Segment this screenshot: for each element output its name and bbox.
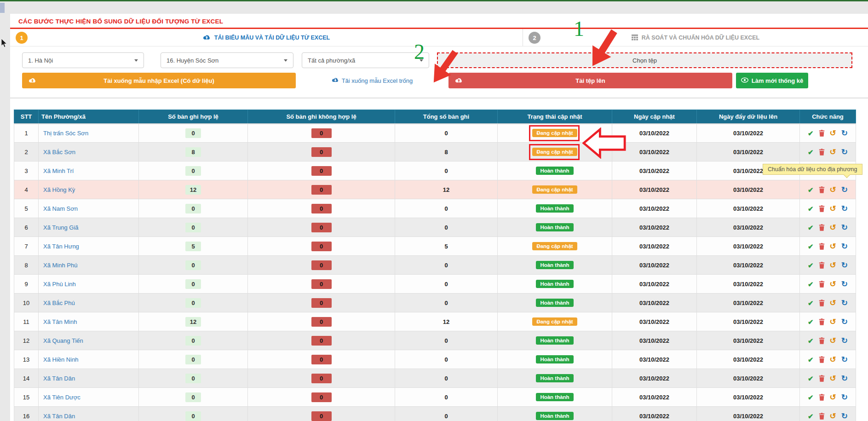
ward-link[interactable]: Xã Quang Tiến bbox=[43, 337, 83, 344]
ward-link[interactable]: Xã Phù Linh bbox=[43, 281, 76, 288]
valid-records-badge: 0 bbox=[185, 374, 201, 383]
tab-step-1[interactable]: 1 TẢI BIỂU MẪU VÀ TẢI DỮ LIỆU TỪ EXCEL bbox=[10, 29, 523, 46]
download-empty-template-link[interactable]: Tải xuống mẫu Excel trống bbox=[332, 77, 413, 84]
approve-check-icon[interactable]: ✔ bbox=[808, 243, 814, 250]
approve-check-icon[interactable]: ✔ bbox=[808, 262, 814, 269]
refresh-icon[interactable]: ↻ bbox=[841, 337, 848, 345]
download-filled-template-button[interactable]: Tải xuống mẫu nhập Excel (Có dữ liệu) bbox=[22, 73, 296, 88]
approve-check-icon[interactable]: ✔ bbox=[808, 413, 814, 420]
history-icon[interactable]: ↺ bbox=[830, 356, 836, 363]
update-date: 03/10/2022 bbox=[612, 388, 697, 407]
ward-link[interactable]: Xã Minh Phú bbox=[43, 262, 77, 269]
valid-records-badge: 0 bbox=[185, 355, 201, 364]
approve-check-icon[interactable]: ✔ bbox=[808, 394, 814, 401]
ward-link[interactable]: Thị trấn Sóc Sơn bbox=[43, 130, 88, 137]
refresh-icon[interactable]: ↻ bbox=[841, 299, 848, 307]
approve-check-icon[interactable]: ✔ bbox=[808, 186, 814, 193]
refresh-icon[interactable]: ↻ bbox=[841, 205, 848, 213]
trash-icon[interactable] bbox=[819, 394, 825, 401]
refresh-icon[interactable]: ↻ bbox=[841, 242, 848, 250]
province-select[interactable]: 1. Hà Nội bbox=[22, 52, 144, 68]
trash-icon[interactable] bbox=[819, 130, 825, 137]
update-date: 03/10/2022 bbox=[612, 407, 697, 421]
valid-records-badge: 0 bbox=[185, 392, 201, 402]
ward-link[interactable]: Xã Tiên Dược bbox=[43, 394, 80, 401]
history-icon[interactable]: ↺ bbox=[830, 412, 836, 420]
approve-check-icon[interactable]: ✔ bbox=[808, 337, 814, 344]
ward-link[interactable]: Xã Tân Dân bbox=[43, 375, 75, 382]
trash-icon[interactable] bbox=[819, 337, 825, 344]
trash-icon[interactable] bbox=[819, 356, 825, 363]
trash-icon[interactable] bbox=[819, 205, 825, 212]
trash-icon[interactable] bbox=[819, 375, 825, 382]
ward-link[interactable]: Xã Tân Hưng bbox=[43, 243, 79, 250]
history-icon[interactable]: ↺ bbox=[830, 148, 836, 156]
refresh-icon[interactable]: ↻ bbox=[841, 318, 848, 326]
refresh-icon[interactable]: ↻ bbox=[841, 224, 848, 231]
approve-check-icon[interactable]: ✔ bbox=[808, 130, 814, 137]
update-date: 03/10/2022 bbox=[612, 218, 697, 237]
approve-check-icon[interactable]: ✔ bbox=[808, 318, 814, 325]
trash-icon[interactable] bbox=[819, 262, 825, 269]
update-date: 03/10/2022 bbox=[612, 180, 697, 199]
ward-link[interactable]: Xã Hồng Kỳ bbox=[43, 186, 75, 193]
refresh-icon[interactable]: ↻ bbox=[841, 186, 848, 194]
ward-link[interactable]: Xã Trung Giã bbox=[43, 224, 79, 231]
history-icon[interactable]: ↺ bbox=[830, 337, 836, 345]
refresh-icon[interactable]: ↻ bbox=[841, 148, 848, 156]
approve-check-icon[interactable]: ✔ bbox=[808, 205, 814, 212]
ward-link[interactable]: Xã Nam Sơn bbox=[43, 205, 78, 212]
approve-check-icon[interactable]: ✔ bbox=[808, 300, 814, 306]
total-records-value: 0 bbox=[395, 369, 498, 388]
history-icon[interactable]: ↺ bbox=[830, 242, 836, 250]
approve-check-icon[interactable]: ✔ bbox=[808, 375, 814, 382]
approve-check-icon[interactable]: ✔ bbox=[808, 281, 814, 288]
upload-file-button[interactable]: Tải tệp lên bbox=[448, 73, 732, 88]
row-index: 6 bbox=[14, 218, 39, 237]
refresh-icon[interactable]: ↻ bbox=[841, 393, 848, 401]
trash-icon[interactable] bbox=[819, 243, 825, 250]
approve-check-icon[interactable]: ✔ bbox=[808, 149, 814, 156]
trash-icon[interactable] bbox=[819, 300, 825, 306]
status-badge: Đang cập nhật bbox=[532, 242, 577, 250]
history-icon[interactable]: ↺ bbox=[830, 205, 836, 213]
trash-icon[interactable] bbox=[819, 413, 825, 420]
ward-link[interactable]: Xã Hiền Ninh bbox=[43, 356, 79, 363]
history-icon[interactable]: ↺ bbox=[830, 280, 836, 288]
ward-link[interactable]: Xã Tân Dân bbox=[43, 413, 75, 420]
trash-icon[interactable] bbox=[819, 318, 825, 325]
trash-icon[interactable] bbox=[819, 149, 825, 156]
refresh-icon[interactable]: ↻ bbox=[841, 375, 848, 382]
refresh-statistics-button[interactable]: Làm mới thống kê bbox=[736, 73, 808, 88]
history-icon[interactable]: ↺ bbox=[830, 375, 836, 382]
trash-icon[interactable] bbox=[819, 224, 825, 231]
choose-file-dropzone[interactable]: Chọn tệp bbox=[437, 52, 852, 68]
refresh-icon[interactable]: ↻ bbox=[841, 356, 848, 363]
table-row: 13 Xã Hiền Ninh 0 0 0 Hoàn thành 03/10/2… bbox=[14, 350, 856, 369]
ward-link[interactable]: Xã Bắc Phú bbox=[43, 300, 75, 306]
district-select[interactable]: 16. Huyện Sóc Sơn bbox=[161, 52, 293, 68]
valid-records-badge: 0 bbox=[185, 336, 201, 346]
approve-check-icon[interactable]: ✔ bbox=[808, 224, 814, 231]
history-icon[interactable]: ↺ bbox=[830, 129, 836, 137]
refresh-icon[interactable]: ↻ bbox=[841, 129, 848, 137]
history-icon[interactable]: ↺ bbox=[830, 318, 836, 326]
refresh-icon[interactable]: ↻ bbox=[841, 261, 848, 269]
history-icon[interactable]: ↺ bbox=[830, 393, 836, 401]
refresh-icon[interactable]: ↻ bbox=[841, 280, 848, 288]
push-date: 03/10/2022 bbox=[697, 350, 800, 369]
history-icon[interactable]: ↺ bbox=[830, 186, 836, 194]
ward-link[interactable]: Xã Bắc Sơn bbox=[43, 149, 75, 156]
history-icon[interactable]: ↺ bbox=[830, 224, 836, 231]
valid-records-badge: 0 bbox=[185, 166, 201, 176]
push-date: 03/10/2022 bbox=[697, 143, 800, 161]
history-icon[interactable]: ↺ bbox=[830, 299, 836, 307]
ward-link[interactable]: Xã Minh Trí bbox=[43, 167, 74, 174]
refresh-icon[interactable]: ↻ bbox=[841, 412, 848, 420]
ward-select[interactable]: Tất cả phường/xã bbox=[302, 52, 429, 68]
trash-icon[interactable] bbox=[819, 281, 825, 288]
trash-icon[interactable] bbox=[819, 186, 825, 193]
ward-link[interactable]: Xã Tân Minh bbox=[43, 318, 77, 325]
approve-check-icon[interactable]: ✔ bbox=[808, 356, 814, 363]
history-icon[interactable]: ↺ bbox=[830, 261, 836, 269]
